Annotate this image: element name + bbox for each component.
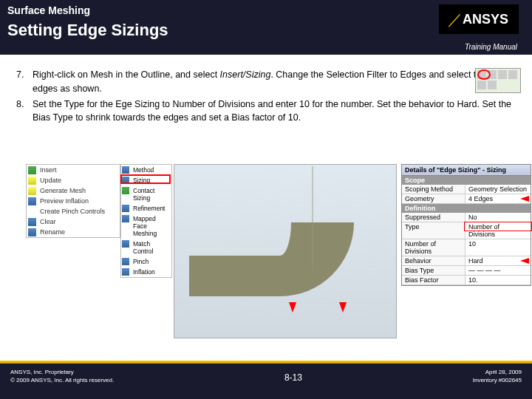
arrow-indicator — [289, 302, 296, 313]
details-row: Bias Type — — — — — [402, 266, 531, 276]
arrow-indicator — [520, 196, 529, 202]
menu-item[interactable]: Update — [27, 175, 120, 185]
details-row: Number of Divisions 10 — [402, 239, 531, 256]
menu-item[interactable]: Insert — [27, 165, 120, 175]
step-8: 8. Set the Type for the Ege Sizing to Nu… — [16, 98, 516, 126]
arrow-indicator — [520, 258, 529, 264]
update-icon — [28, 177, 36, 185]
match-icon — [122, 240, 129, 248]
pinch-icon — [122, 258, 129, 265]
context-menu: Insert Update Generate Mesh Preview Infl… — [26, 164, 120, 238]
step-text: Right-click on Mesh in the Outline, and … — [33, 68, 516, 96]
step-number: 7. — [16, 68, 33, 96]
submenu-item[interactable]: Refinement — [121, 203, 171, 214]
filter-icon — [498, 70, 507, 79]
filter-icon — [477, 81, 486, 89]
highlight-box — [120, 174, 171, 184]
pipe-bend — [189, 222, 354, 296]
geometry-viewport[interactable] — [174, 164, 397, 338]
menu-item[interactable]: Rename — [27, 227, 120, 237]
mapped-icon — [122, 215, 129, 222]
generate-icon — [28, 187, 36, 195]
logo-swoosh-icon: ／ — [448, 10, 463, 30]
details-panel: Details of "Edge Sizing" - Sizing Scope … — [401, 164, 531, 286]
logo-text: ANSYS — [463, 12, 508, 27]
refinement-icon — [122, 205, 129, 212]
menu-item[interactable]: Create Pinch Controls — [27, 206, 120, 216]
details-row: Type Number of Divisions — [402, 222, 531, 239]
submenu-item[interactable]: Sizing — [121, 175, 171, 185]
step-text: Set the Type for the Ege Sizing to Numbe… — [33, 98, 516, 126]
footer-right: April 28, 2009 Inventory #002645 — [473, 368, 522, 384]
slide-footer: ANSYS, Inc. Proprietary © 2009 ANSYS, In… — [0, 361, 532, 399]
submenu-item[interactable]: Inflation — [121, 267, 171, 277]
submenu-item[interactable]: Pinch — [121, 256, 171, 267]
details-row: Bias Factor 10. — [402, 276, 531, 285]
details-row: Behavior Hard — [402, 256, 531, 266]
highlight-box — [464, 222, 532, 231]
training-manual-label: Training Manual — [465, 43, 517, 51]
menu-item[interactable]: Preview Inflation — [27, 196, 120, 206]
footer-left: ANSYS, Inc. Proprietary © 2009 ANSYS, In… — [10, 368, 114, 384]
ansys-logo: ／ ANSYS — [439, 4, 519, 34]
details-header: Details of "Edge Sizing" - Sizing — [402, 165, 531, 176]
details-row: Geometry 4 Edges — [402, 194, 531, 204]
section-scope: Scope — [402, 176, 531, 185]
figures-area: Insert Update Generate Mesh Preview Infl… — [11, 164, 521, 345]
filter-icon — [508, 70, 517, 79]
submenu-item[interactable]: Match Control — [121, 239, 171, 256]
method-icon — [122, 166, 129, 174]
page-number: 8-13 — [284, 368, 302, 384]
insert-submenu: Method Sizing Contact Sizing Refinement … — [120, 164, 172, 278]
menu-item[interactable]: Clear — [27, 216, 120, 227]
submenu-item[interactable]: Method — [121, 165, 171, 175]
highlight-circle — [477, 69, 491, 80]
insert-icon — [28, 166, 36, 174]
slide-header: Surface Meshing Setting Edge Sizings ／ A… — [0, 0, 532, 55]
step-number: 8. — [16, 98, 33, 126]
contact-icon — [122, 187, 129, 194]
pipe-edge — [312, 166, 313, 270]
toolbar-screenshot — [475, 68, 521, 93]
filter-icon — [488, 81, 497, 89]
content-area: 7. Right-click on Mesh in the Outline, a… — [0, 55, 532, 125]
arrow-indicator — [339, 302, 347, 313]
section-definition: Definition — [402, 204, 531, 213]
inflation-icon — [122, 268, 129, 276]
details-row: Scoping Method Geometry Selection — [402, 185, 531, 194]
rename-icon — [28, 228, 36, 236]
submenu-item[interactable]: Contact Sizing — [121, 185, 171, 203]
clear-icon — [28, 218, 36, 226]
step-7: 7. Right-click on Mesh in the Outline, a… — [16, 68, 516, 96]
submenu-item[interactable]: Mapped Face Meshing — [121, 214, 171, 239]
menu-item[interactable]: Generate Mesh — [27, 185, 120, 196]
preview-icon — [28, 197, 36, 205]
